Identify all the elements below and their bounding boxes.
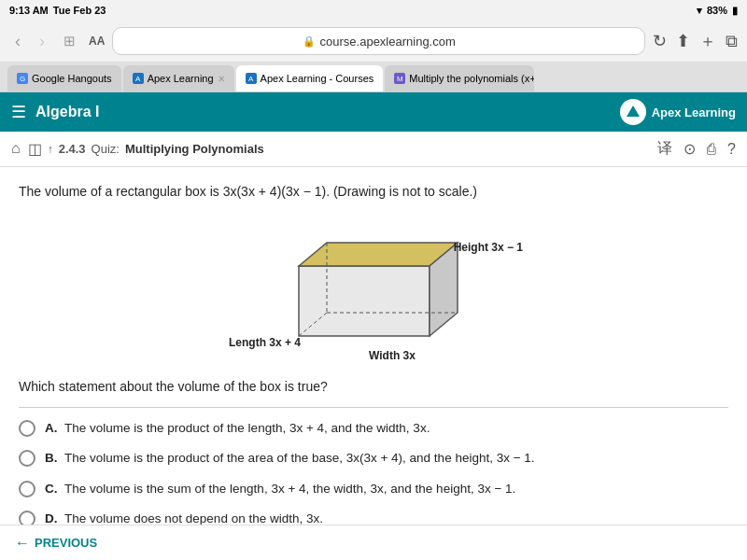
apex-logo-area: Apex Learning xyxy=(620,99,736,125)
radio-a[interactable] xyxy=(19,420,35,437)
translate-icon[interactable]: 译 xyxy=(657,139,672,159)
tab-multiply-label: Multiply the polynomials (x+2)(x... xyxy=(409,73,534,84)
tab-hangouts-label: Google Hangouts xyxy=(32,73,112,84)
accessibility-icon[interactable]: ⊙ xyxy=(684,140,696,158)
address-bar[interactable]: 🔒 course.apexlearning.com xyxy=(112,27,645,55)
multiply-favicon: M xyxy=(394,73,405,84)
tab-apex1[interactable]: A Apex Learning ✕ xyxy=(123,65,234,91)
print-icon[interactable]: ⎙ xyxy=(707,141,716,158)
tab-multiply[interactable]: M Multiply the polynomials (x+2)(x... xyxy=(385,65,534,91)
width-label: Width 3x xyxy=(369,349,416,362)
apex-logo-icon xyxy=(620,99,646,125)
battery: 83% xyxy=(707,5,727,16)
prev-arrow-icon: ← xyxy=(15,535,30,552)
breadcrumb-icons: ⌂ ◫ xyxy=(11,140,42,158)
breadcrumb-left: ⌂ ◫ ↑ 2.4.3 Quiz: Multiplying Polynomial… xyxy=(11,140,264,158)
radio-b[interactable] xyxy=(19,450,35,467)
breadcrumb-arrow: ↑ xyxy=(48,143,53,156)
refresh-button[interactable]: ↻ xyxy=(653,31,667,51)
forward-button[interactable]: › xyxy=(34,30,50,53)
tabs-bar: G Google Hangouts A Apex Learning ✕ A Ap… xyxy=(0,62,747,91)
status-bar-right: ▾ 83% ▮ xyxy=(697,5,738,17)
app-header-left: ☰ Algebra I xyxy=(11,102,99,122)
app-header: ☰ Algebra I Apex Learning xyxy=(0,92,747,132)
apex1-favicon: A xyxy=(133,73,144,84)
hangouts-favicon: G xyxy=(17,73,28,84)
app-header-right: Apex Learning xyxy=(620,99,736,125)
question-text: The volume of a rectangular box is 3x(3x… xyxy=(19,182,728,202)
status-bar-left: 9:13 AM Tue Feb 23 xyxy=(9,5,106,16)
hamburger-icon[interactable]: ☰ xyxy=(11,102,26,122)
main-content: The volume of a rectangular box is 3x(3x… xyxy=(0,167,747,560)
choice-c-label: C. The volume is the sum of the length, … xyxy=(45,480,515,498)
help-icon[interactable]: ? xyxy=(727,141,736,158)
choice-c: C. The volume is the sum of the length, … xyxy=(19,480,728,498)
length-label: Length 3x + 4 xyxy=(229,336,301,349)
previous-button[interactable]: ← PREVIOUS xyxy=(15,535,97,552)
choice-b-label: B. The volume is the product of the area… xyxy=(45,449,535,468)
choice-a-label: A. The volume is the product of the leng… xyxy=(45,419,430,438)
date: Tue Feb 23 xyxy=(53,5,106,16)
svg-marker-1 xyxy=(299,266,430,336)
browser-chrome: ‹ › ⊞ AA 🔒 course.apexlearning.com ↻ ⬆ ＋… xyxy=(0,21,747,92)
nav-actions: ↻ ⬆ ＋ ⧉ xyxy=(653,30,738,52)
radio-c[interactable] xyxy=(19,481,35,497)
tab-apex1-label: Apex Learning xyxy=(148,73,214,84)
answer-choices: A. The volume is the product of the leng… xyxy=(19,407,728,528)
breadcrumb-bar: ⌂ ◫ ↑ 2.4.3 Quiz: Multiplying Polynomial… xyxy=(0,132,747,167)
tab-apex-courses[interactable]: A Apex Learning - Courses xyxy=(236,65,384,91)
tabs-button[interactable]: ⧉ xyxy=(726,32,738,51)
status-bar: 9:13 AM Tue Feb 23 ▾ 83% ▮ xyxy=(0,0,747,21)
text-size-label: AA xyxy=(89,35,105,48)
bottom-nav: ← PREVIOUS xyxy=(0,525,747,560)
wifi-icon: ▾ xyxy=(697,5,702,17)
tab-hangouts[interactable]: G Google Hangouts xyxy=(7,65,121,91)
tab-apex-courses-label: Apex Learning - Courses xyxy=(261,73,374,84)
nav-bar: ‹ › ⊞ AA 🔒 course.apexlearning.com ↻ ⬆ ＋… xyxy=(0,21,747,62)
diagram-container: Length 3x + 4 Width 3x Height 3x − 1 xyxy=(19,215,728,364)
choice-b: B. The volume is the product of the area… xyxy=(19,449,728,468)
briefcase-icon[interactable]: ◫ xyxy=(28,140,42,158)
lock-icon: 🔒 xyxy=(303,35,316,48)
reader-mode-button[interactable]: ⊞ xyxy=(58,31,81,51)
app-title: Algebra I xyxy=(35,104,99,120)
previous-label: PREVIOUS xyxy=(35,536,97,550)
breadcrumb-section: 2.4.3 xyxy=(59,142,86,156)
height-label: Height 3x − 1 xyxy=(454,241,523,254)
svg-marker-0 xyxy=(627,105,640,117)
breadcrumb-title: Multiplying Polynomials xyxy=(125,142,264,156)
back-button[interactable]: ‹ xyxy=(9,30,26,53)
breadcrumb-right: 译 ⊙ ⎙ ? xyxy=(657,139,736,159)
url-text: course.apexlearning.com xyxy=(320,35,456,49)
tab-apex1-close[interactable]: ✕ xyxy=(218,74,225,84)
apex-logo-text: Apex Learning xyxy=(652,105,736,119)
time: 9:13 AM xyxy=(9,5,49,16)
apex-courses-favicon: A xyxy=(246,73,257,84)
battery-icon: ▮ xyxy=(732,5,738,17)
choice-a: A. The volume is the product of the leng… xyxy=(19,419,728,438)
home-icon[interactable]: ⌂ xyxy=(11,140,21,158)
box-diagram: Length 3x + 4 Width 3x Height 3x − 1 xyxy=(224,215,523,364)
new-tab-button[interactable]: ＋ xyxy=(699,30,716,52)
breadcrumb-type: Quiz: xyxy=(92,142,120,156)
which-statement: Which statement about the volume of the … xyxy=(19,379,728,394)
share-button[interactable]: ⬆ xyxy=(676,31,690,51)
